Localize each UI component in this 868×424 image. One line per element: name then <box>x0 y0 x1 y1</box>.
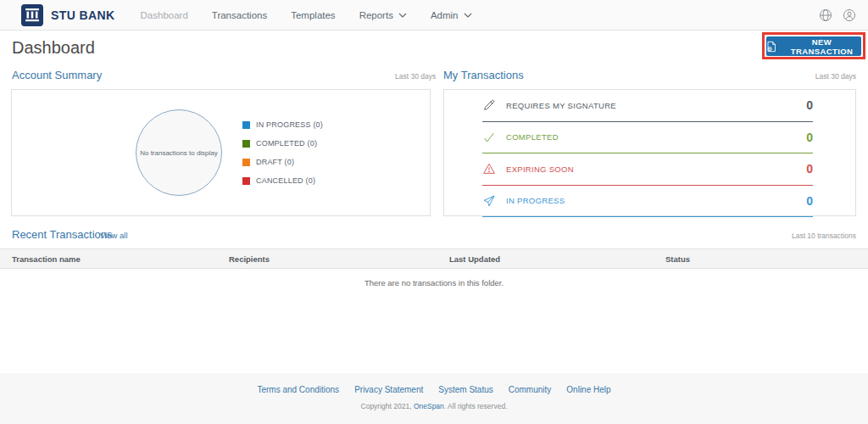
brand-name: STU BANK <box>51 8 115 22</box>
recent-transactions-header: Recent Transactions View all Last 10 tra… <box>0 225 868 247</box>
nav-item-reports[interactable]: Reports <box>359 10 407 20</box>
row-count: 0 <box>806 131 813 144</box>
recent-transactions-title: Recent Transactions <box>12 228 113 241</box>
row-requires-my-signature[interactable]: REQUIRES MY SIGNATURE 0 <box>482 90 813 122</box>
column-recipients: Recipients <box>229 254 449 264</box>
footer-link-terms[interactable]: Terms and Conditions <box>257 385 339 394</box>
bank-logo-icon <box>21 4 43 26</box>
nav-right-icons <box>819 8 856 22</box>
row-count: 0 <box>806 98 813 112</box>
legend-label: IN PROGRESS (0) <box>256 120 323 129</box>
document-plus-icon <box>766 41 776 53</box>
nav-item-templates[interactable]: Templates <box>291 10 335 20</box>
footer-link-privacy[interactable]: Privacy Statement <box>354 385 423 394</box>
legend-item-cancelled: CANCELLED (0) <box>242 176 323 185</box>
chevron-down-icon <box>464 13 472 18</box>
pencil-icon <box>482 98 496 112</box>
row-label: REQUIRES MY SIGNATURE <box>506 101 616 110</box>
copyright-onespan-link[interactable]: OneSpan <box>414 402 444 410</box>
legend-item-draft: DRAFT (0) <box>242 158 323 166</box>
column-last-updated: Last Updated <box>449 254 665 264</box>
new-transaction-button[interactable]: NEW TRANSACTION <box>766 36 861 56</box>
my-transactions-panel: REQUIRES MY SIGNATURE 0 COMPLETED 0 EXPI… <box>443 89 856 216</box>
legend-label: DRAFT (0) <box>256 158 294 166</box>
table-empty-message: There are no transactions in this folder… <box>0 278 868 287</box>
my-transactions-rows: REQUIRES MY SIGNATURE 0 COMPLETED 0 EXPI… <box>482 90 813 217</box>
brand[interactable]: STU BANK <box>21 4 115 26</box>
top-navigation: STU BANK Dashboard Transactions Template… <box>0 0 868 31</box>
page-footer: Terms and Conditions Privacy Statement S… <box>0 373 868 424</box>
copyright-line: Copyright 2021, OneSpan. All rights rese… <box>0 402 868 410</box>
recent-transactions-period: Last 10 transactions <box>792 232 856 240</box>
row-count: 0 <box>806 194 813 208</box>
dashboard-page: STU BANK Dashboard Transactions Template… <box>0 0 868 424</box>
account-summary-panel: No transactions to display IN PROGRESS (… <box>11 89 431 216</box>
legend-swatch <box>242 121 250 129</box>
nav-item-admin-label: Admin <box>431 10 459 20</box>
legend-item-in-progress: IN PROGRESS (0) <box>242 120 323 129</box>
send-icon <box>482 194 496 208</box>
copyright-prefix: Copyright 2021, <box>361 402 414 410</box>
legend-swatch <box>242 140 250 148</box>
check-icon <box>482 131 496 144</box>
account-summary-period: Last 30 days <box>395 72 436 81</box>
user-profile-icon[interactable] <box>843 8 856 22</box>
page-header: Dashboard NEW TRANSACTION <box>0 31 868 64</box>
row-count: 0 <box>806 162 813 176</box>
nav-item-dashboard[interactable]: Dashboard <box>141 10 188 20</box>
nav-items: Dashboard Transactions Templates Reports… <box>141 10 472 20</box>
footer-link-online-help[interactable]: Online Help <box>566 385 610 394</box>
legend-label: COMPLETED (0) <box>256 139 317 148</box>
view-all-link[interactable]: View all <box>100 231 128 240</box>
legend-swatch <box>242 159 250 166</box>
my-transactions-period: Last 30 days <box>815 72 856 81</box>
nav-item-transactions[interactable]: Transactions <box>212 10 267 20</box>
footer-link-community[interactable]: Community <box>509 385 552 394</box>
legend-label: CANCELLED (0) <box>256 176 315 185</box>
globe-icon[interactable] <box>819 8 832 22</box>
row-completed[interactable]: COMPLETED 0 <box>482 122 813 154</box>
column-transaction-name: Transaction name <box>12 254 229 264</box>
row-label: IN PROGRESS <box>506 196 565 205</box>
empty-donut-chart: No transactions to display <box>136 109 222 196</box>
new-transaction-label: NEW TRANSACTION <box>782 37 861 56</box>
row-expiring-soon[interactable]: EXPIRING SOON 0 <box>482 153 813 186</box>
page-title: Dashboard <box>12 38 95 58</box>
nav-item-reports-label: Reports <box>359 10 393 20</box>
account-summary-title: Account Summary <box>12 69 102 81</box>
row-label: COMPLETED <box>506 132 559 142</box>
footer-link-system-status[interactable]: System Status <box>438 385 492 394</box>
donut-empty-message: No transactions to display <box>140 149 218 157</box>
legend-item-completed: COMPLETED (0) <box>242 139 323 148</box>
copyright-suffix: . All rights reserved. <box>444 402 508 410</box>
nav-item-admin[interactable]: Admin <box>431 10 472 20</box>
section-titles-row: Account Summary Last 30 days My Transact… <box>0 64 868 89</box>
transactions-table-header: Transaction name Recipients Last Updated… <box>0 248 868 269</box>
footer-links: Terms and Conditions Privacy Statement S… <box>0 373 868 394</box>
legend-swatch <box>242 177 250 185</box>
warning-icon <box>482 162 496 176</box>
row-in-progress[interactable]: IN PROGRESS 0 <box>482 186 813 218</box>
my-transactions-title: My Transactions <box>443 69 524 81</box>
row-label: EXPIRING SOON <box>506 165 574 174</box>
chart-legend: IN PROGRESS (0) COMPLETED (0) DRAFT (0) … <box>242 120 323 185</box>
column-status: Status <box>665 254 868 264</box>
chevron-down-icon <box>398 13 407 18</box>
